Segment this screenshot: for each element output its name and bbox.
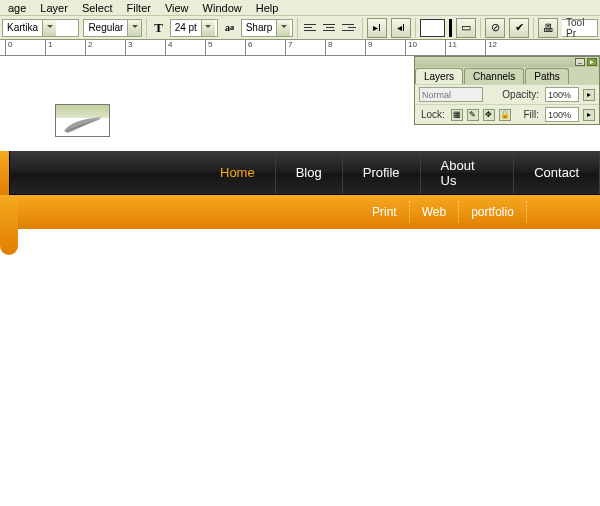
menu-image[interactable]: age [2,2,32,14]
options-bar: Kartika Regular T 24 pt aa Sharp ▸Ⅰ ◂Ⅰ ▭… [0,16,600,40]
separator [480,18,481,38]
subnav-web[interactable]: Web [410,201,459,223]
nav-contact[interactable]: Contact [514,151,600,194]
antialias-select[interactable]: Sharp [241,19,293,37]
document-canvas[interactable]: Home Blog Profile About Us Contact Print… [0,56,600,506]
site-logo-edge [0,151,10,195]
menu-select[interactable]: Select [76,2,119,14]
site-subnav: Print Web portfolio [0,195,600,229]
lock-position-icon[interactable]: ✥ [483,109,495,121]
separator [297,18,298,38]
antialias-icon: aa [222,20,236,36]
align-center-button[interactable] [321,20,339,36]
fill-input[interactable]: 100% [545,107,579,122]
tool-preset-picker[interactable]: Tool Pr [562,19,598,37]
lock-label: Lock: [419,109,447,120]
opacity-label: Opacity: [500,89,541,100]
chevron-down-icon [42,20,56,36]
text-align-group [302,20,358,36]
font-weight-select[interactable]: Regular [83,19,142,37]
cancel-button[interactable]: ⊘ [485,18,505,38]
panel-tabs: Layers Channels Paths [415,67,599,84]
panel-menu-icon[interactable]: ▸ [587,58,597,66]
nav-about[interactable]: About Us [421,151,515,194]
nav-home[interactable]: Home [200,151,276,194]
chevron-down-icon [127,20,141,36]
feather-icon [62,115,104,135]
minimize-icon[interactable]: – [575,58,585,66]
menu-filter[interactable]: Filter [120,2,156,14]
layers-panel: – ▸ Layers Channels Paths Normal Opacity… [414,56,600,125]
char-panel-button[interactable]: ◂Ⅰ [391,18,411,38]
opacity-input[interactable]: 100% [545,87,579,102]
color-swatch-fg[interactable] [420,19,445,37]
cancel-icon: ⊘ [491,21,500,34]
type-size-icon: T [151,20,165,36]
nav-profile[interactable]: Profile [343,151,421,194]
tab-paths[interactable]: Paths [525,68,569,84]
check-icon: ✔ [515,21,524,34]
tab-layers[interactable]: Layers [415,68,463,84]
fill-label: Fill: [521,109,541,120]
opacity-flyout-icon[interactable]: ▸ [583,89,595,101]
toggle-panel-button[interactable]: ▭ [456,18,476,38]
menu-window[interactable]: Window [197,2,248,14]
printer-icon: 🖶 [543,22,554,34]
warp-text-button[interactable]: ▸Ⅰ [367,18,387,38]
subnav-portfolio[interactable]: portfolio [459,201,527,223]
separator [146,18,147,38]
font-family-select[interactable]: Kartika [2,19,79,37]
fill-flyout-icon[interactable]: ▸ [583,109,595,121]
color-swatch-divider [449,19,453,37]
menubar: age Layer Select Filter View Window Help [0,0,600,16]
separator [415,18,416,38]
menu-layer[interactable]: Layer [34,2,74,14]
font-size-select[interactable]: 24 pt [170,19,219,37]
layer-thumbnail[interactable] [55,104,110,137]
print-button[interactable]: 🖶 [538,18,558,38]
commit-button[interactable]: ✔ [509,18,529,38]
lock-transparency-icon[interactable]: ▦ [451,109,463,121]
menu-view[interactable]: View [159,2,195,14]
subnav-tail [0,195,18,255]
chevron-down-icon [201,20,215,36]
blend-mode-select[interactable]: Normal [419,87,483,102]
separator [362,18,363,38]
align-right-button[interactable] [340,20,358,36]
separator [533,18,534,38]
subnav-print[interactable]: Print [360,201,410,223]
nav-blog[interactable]: Blog [276,151,343,194]
align-left-button[interactable] [302,20,320,36]
site-navbar: Home Blog Profile About Us Contact [0,151,600,195]
tab-channels[interactable]: Channels [464,68,524,84]
horizontal-ruler: 0 1 2 3 4 5 6 7 8 9 10 11 12 [0,40,600,56]
chevron-down-icon [276,20,290,36]
lock-all-icon[interactable]: 🔒 [499,109,511,121]
panel-header[interactable]: – ▸ [415,57,599,67]
lock-pixels-icon[interactable]: ✎ [467,109,479,121]
menu-help[interactable]: Help [250,2,285,14]
